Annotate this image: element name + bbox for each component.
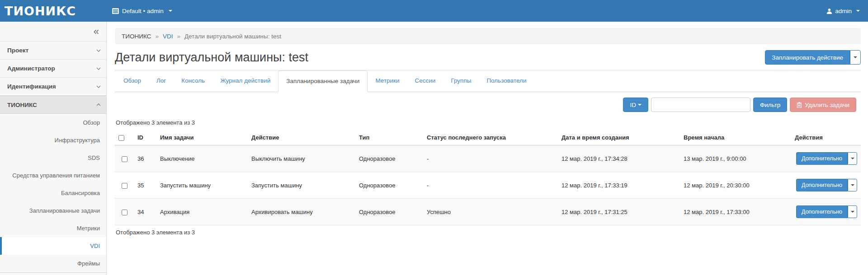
sidebar-item-overview[interactable]: Обзор <box>0 114 106 131</box>
schedule-action-button-group: Запланировать действие <box>765 50 861 65</box>
detail-tabs: Обзор Лог Консоль Журнал действий Заплан… <box>115 70 861 92</box>
sidebar-section-admin[interactable]: Администратор <box>0 60 106 78</box>
caret-down-icon <box>851 184 854 186</box>
sidebar-item-frames[interactable]: Фреймы <box>0 255 106 272</box>
brand-logo[interactable]: ТИОНИКС <box>0 4 107 18</box>
sidebar-item-label: SDS <box>88 154 100 161</box>
cell-status: Успешно <box>423 199 558 225</box>
cell-start-time: 12 мар. 2019 г., 20:30:00 <box>680 172 791 199</box>
sidebar-item-infrastructure[interactable]: Инфраструктура <box>0 131 106 149</box>
more-actions-dropdown-toggle[interactable] <box>848 205 857 218</box>
page-header: Детали виртуальной машины: test Запланир… <box>115 49 861 70</box>
sidebar-section-label: Проект <box>7 47 28 54</box>
cell-id: 34 <box>134 199 156 225</box>
sidebar-tionix-submenu: Обзор Инфраструктура SDS Средства управл… <box>0 114 106 273</box>
table-row: 35 Запустить машину Запустить машину Одн… <box>115 172 861 199</box>
cell-created: 12 мар. 2019 г., 17:34:28 <box>558 145 680 172</box>
filter-button[interactable]: Фильтр <box>753 98 787 112</box>
row-actions-button-group: Дополнительно <box>796 152 857 165</box>
sidebar-item-label: Инфраструктура <box>55 137 100 144</box>
trash-icon <box>797 102 802 108</box>
sidebar-section-label: ТИОНИКС <box>7 102 37 108</box>
search-input[interactable] <box>651 98 750 112</box>
row-checkbox[interactable] <box>122 210 127 215</box>
tab-sessions[interactable]: Сессии <box>407 70 443 92</box>
cell-task-name: Запустить машину <box>156 172 248 199</box>
sidebar-collapse-button[interactable]: « <box>0 22 106 42</box>
caret-down-icon <box>854 56 857 58</box>
table-summary-bottom: Отображено 3 элемента из 3 <box>116 229 861 236</box>
tab-log[interactable]: Лог <box>149 70 174 92</box>
sidebar-item-label: Метрики <box>77 225 100 232</box>
cell-created: 12 мар. 2019 г., 17:31:25 <box>558 199 680 225</box>
sidebar-item-vdi[interactable]: VDI <box>0 237 106 255</box>
select-all-checkbox[interactable] <box>118 135 124 141</box>
scheduled-tasks-table: ID Имя задачи Действие Тип Статус послед… <box>115 129 861 225</box>
more-actions-dropdown-toggle[interactable] <box>848 152 857 165</box>
delete-tasks-button[interactable]: Удалить задачи <box>790 98 856 112</box>
collapse-sidebar-icon: « <box>94 26 99 37</box>
table-header-row: ID Имя задачи Действие Тип Статус послед… <box>115 129 861 145</box>
cell-id: 35 <box>134 172 156 199</box>
more-actions-button[interactable]: Дополнительно <box>796 152 848 165</box>
caret-down-icon <box>638 104 642 106</box>
tab-users[interactable]: Пользователи <box>479 70 534 92</box>
sidebar-item-label: Запланированные задачи <box>29 207 100 214</box>
table-row: 36 Выключение Выключить машину Одноразов… <box>115 145 861 172</box>
breadcrumb-link-vdi[interactable]: VDI <box>163 33 173 40</box>
row-checkbox[interactable] <box>122 183 127 189</box>
more-actions-button[interactable]: Дополнительно <box>796 205 848 218</box>
sidebar-item-metrics[interactable]: Метрики <box>0 219 106 237</box>
tab-overview[interactable]: Обзор <box>116 70 149 92</box>
breadcrumb-separator: » <box>177 33 180 40</box>
more-actions-dropdown-toggle[interactable] <box>848 179 857 191</box>
cell-type: Одноразовое <box>355 172 423 199</box>
filter-field-label: ID <box>630 102 636 108</box>
project-context-label: Default • admin <box>122 8 164 14</box>
cell-action: Запустить машину <box>248 172 355 199</box>
tab-scheduled-tasks[interactable]: Запланированные задачи <box>278 70 368 92</box>
sidebar-item-power-management[interactable]: Средства управления питанием <box>0 167 106 184</box>
column-header-start-time: Время начала <box>680 129 791 145</box>
table-row: 34 Архивация Архивировать машину Однораз… <box>115 199 861 225</box>
schedule-action-button[interactable]: Запланировать действие <box>765 50 850 65</box>
column-header-id: ID <box>134 129 156 145</box>
sidebar-section-identity[interactable]: Идентификация <box>0 78 106 96</box>
schedule-action-dropdown-toggle[interactable] <box>850 50 861 65</box>
sidebar-item-balancing[interactable]: Балансировка <box>0 184 106 202</box>
project-context-dropdown[interactable]: Default • admin <box>112 8 172 14</box>
row-checkbox[interactable] <box>122 156 127 162</box>
sidebar-item-label: Обзор <box>83 119 100 126</box>
list-icon <box>112 8 119 14</box>
user-menu-dropdown[interactable]: admin <box>826 8 868 14</box>
sidebar-section-label: Идентификация <box>7 83 56 90</box>
column-header-actions: Действия <box>791 129 861 145</box>
page-title: Детали виртуальной машины: test <box>115 49 308 66</box>
tab-action-log[interactable]: Журнал действий <box>212 70 278 92</box>
more-actions-button[interactable]: Дополнительно <box>796 179 848 191</box>
tab-groups[interactable]: Группы <box>443 70 479 92</box>
cell-start-time: 12 мар. 2019 г., 17:33:00 <box>680 199 791 225</box>
delete-tasks-label: Удалить задачи <box>805 102 849 108</box>
chevron-down-icon <box>96 85 101 88</box>
top-navbar: ТИОНИКС Default • admin admin <box>0 0 868 22</box>
filter-field-dropdown[interactable]: ID <box>623 98 648 112</box>
column-header-action: Действие <box>248 129 355 145</box>
sidebar-item-scheduled-tasks[interactable]: Запланированные задачи <box>0 202 106 219</box>
cell-task-name: Выключение <box>156 145 248 172</box>
sidebar-section-project[interactable]: Проект <box>0 42 106 60</box>
table-summary-top: Отображено 3 элемента из 3 <box>116 119 861 126</box>
tab-console[interactable]: Консоль <box>174 70 212 92</box>
tab-metrics[interactable]: Метрики <box>368 70 407 92</box>
sidebar-item-sds[interactable]: SDS <box>0 149 106 167</box>
sidebar-section-tionix[interactable]: ТИОНИКС <box>0 96 106 114</box>
caret-down-icon <box>851 211 854 213</box>
row-actions-button-group: Дополнительно <box>796 205 857 218</box>
chevron-down-icon <box>96 49 101 52</box>
cell-action: Выключить машину <box>248 145 355 172</box>
breadcrumb-current: Детали виртуальной машины: test <box>184 33 281 40</box>
chevron-down-icon <box>96 67 101 70</box>
cell-action: Архивировать машину <box>248 199 355 225</box>
cell-start-time: 13 мар. 2019 г., 9:00:00 <box>680 145 791 172</box>
caret-down-icon <box>851 158 854 159</box>
